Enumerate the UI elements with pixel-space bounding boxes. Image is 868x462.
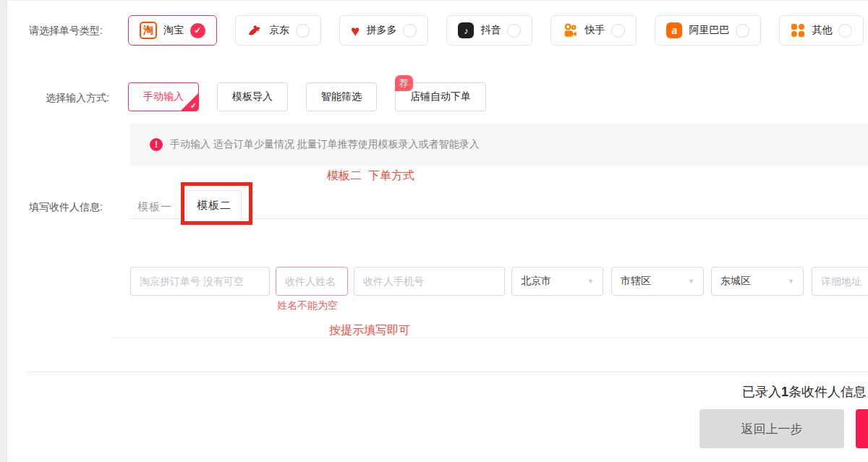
annotation-method-note: 模板二 下单方式 xyxy=(327,168,414,184)
method-label-manual: 手动输入 xyxy=(143,90,184,103)
order-type-label-taobao: 淘宝 xyxy=(163,24,184,37)
notice-bar: ! 手动输入 适合订单少量情况 批量订单推荐使用模板录入或者智能录入 xyxy=(130,124,868,166)
order-type-label-pdd: 拼多多 xyxy=(366,24,396,37)
district-value: 东城区 xyxy=(720,275,751,288)
method-template-import[interactable]: 模板导入 xyxy=(217,82,288,111)
count-prefix: 已录入 xyxy=(742,385,781,399)
address-detail-input[interactable] xyxy=(812,267,868,296)
order-type-kuaishou[interactable]: 快手 xyxy=(550,15,637,46)
method-label-auto: 店铺自动下单 xyxy=(410,90,471,103)
notice-text: 手动输入 适合订单少量情况 批量订单推荐使用模板录入或者智能录入 xyxy=(170,138,480,151)
recipient-name-input[interactable] xyxy=(276,267,348,296)
radio-unchecked-icon xyxy=(838,24,852,38)
order-type-alibaba[interactable]: a 阿里巴巴 xyxy=(655,15,761,46)
method-shop-auto-order[interactable]: 荐 店铺自动下单 xyxy=(395,82,486,111)
left-sidebar-edge xyxy=(0,1,7,462)
order-type-label-other: 其他 xyxy=(812,24,832,37)
method-label-smart: 智能筛选 xyxy=(321,90,362,103)
order-type-label-jd: 京东 xyxy=(269,24,289,37)
next-step-button[interactable] xyxy=(856,409,868,448)
footer-divider xyxy=(27,372,868,372)
order-number-input[interactable] xyxy=(130,267,270,296)
alert-icon: ! xyxy=(150,138,163,151)
order-type-douyin[interactable]: ♪ 抖音 xyxy=(446,15,532,46)
recipient-info-label: 填写收件人信息: xyxy=(29,201,103,214)
recipient-phone-input[interactable] xyxy=(354,267,505,296)
city-value: 市辖区 xyxy=(621,275,651,288)
order-type-options: 淘 淘宝 ✓ 京东 ♥ 拼多多 ♪ 抖音 快手 a 阿里巴巴 其他 xyxy=(128,15,864,46)
name-error-text: 姓名不能为空 xyxy=(277,299,338,312)
input-method-label: 选择输入方式: xyxy=(46,92,109,105)
entered-count-text: 已录入1条收件人信息 xyxy=(742,383,867,401)
order-type-jd[interactable]: 京东 xyxy=(235,15,321,46)
order-type-other[interactable]: 其他 xyxy=(779,15,864,46)
input-method-options: 手动输入 ✓ 模板导入 智能筛选 荐 店铺自动下单 xyxy=(128,82,486,111)
district-select[interactable]: 东城区 ▼ xyxy=(711,267,804,296)
taobao-icon: 淘 xyxy=(140,22,157,39)
annotation-fill-note: 按提示填写即可 xyxy=(329,323,410,338)
radio-unchecked-icon xyxy=(403,24,417,38)
check-icon: ✓ xyxy=(190,23,205,38)
order-type-pdd[interactable]: ♥ 拼多多 xyxy=(339,15,428,46)
radio-unchecked-icon xyxy=(296,24,310,38)
pdd-heart-icon: ♥ xyxy=(351,23,359,38)
tab-template-one[interactable]: 模板一 xyxy=(137,200,172,214)
radio-unchecked-icon xyxy=(507,24,521,38)
order-type-taobao[interactable]: 淘 淘宝 ✓ xyxy=(128,15,217,46)
count-suffix: 条收件人信息 xyxy=(788,385,867,399)
method-manual-input[interactable]: 手动输入 ✓ xyxy=(128,82,199,111)
alibaba-icon: a xyxy=(666,22,682,38)
kuaishou-camera-icon xyxy=(562,22,578,38)
douyin-note-icon: ♪ xyxy=(458,22,474,38)
tab-template-two[interactable]: 模板二 xyxy=(187,190,242,220)
city-select[interactable]: 市辖区 ▼ xyxy=(611,267,704,296)
chevron-down-icon: ▼ xyxy=(587,278,594,285)
method-smart-filter[interactable]: 智能筛选 xyxy=(306,82,377,111)
order-type-label: 请选择单号类型: xyxy=(29,25,103,38)
count-number: 1 xyxy=(781,385,788,399)
chevron-down-icon: ▼ xyxy=(788,278,794,285)
province-select[interactable]: 北京市 ▼ xyxy=(511,267,603,296)
order-type-label-alibaba: 阿里巴巴 xyxy=(689,24,729,37)
province-value: 北京市 xyxy=(521,275,551,288)
method-label-template: 模板导入 xyxy=(232,90,273,103)
radio-unchecked-icon xyxy=(611,24,625,38)
recommend-badge: 荐 xyxy=(395,75,413,91)
check-icon: ✓ xyxy=(190,101,197,111)
chevron-down-icon: ▼ xyxy=(688,278,694,285)
form-divider xyxy=(112,338,868,338)
radio-unchecked-icon xyxy=(736,24,749,38)
order-type-label-kuaishou: 快手 xyxy=(584,24,605,37)
back-button[interactable]: 返回上一步 xyxy=(699,409,844,448)
other-dots-icon xyxy=(791,23,805,38)
jd-dog-icon xyxy=(247,22,263,38)
order-type-label-douyin: 抖音 xyxy=(480,24,501,37)
